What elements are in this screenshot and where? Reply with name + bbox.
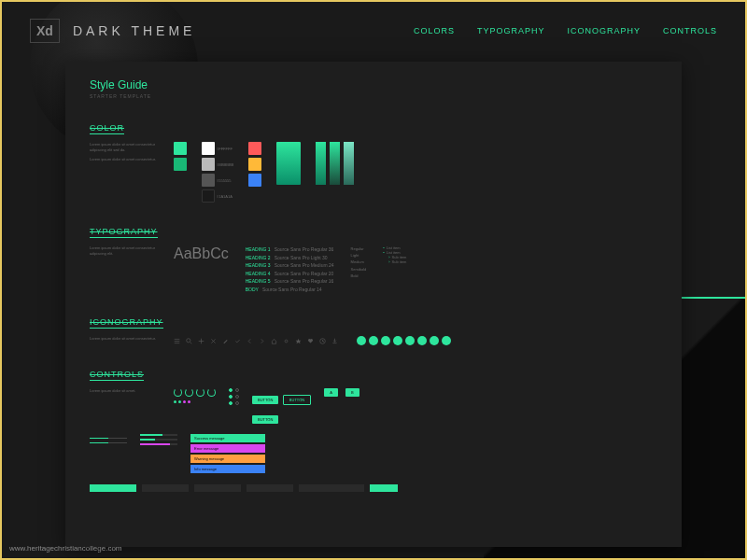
close-icon[interactable] (210, 338, 217, 344)
behance-icon[interactable] (430, 336, 439, 345)
arrow-left-icon[interactable] (247, 338, 253, 344)
menu-icon[interactable] (174, 338, 180, 344)
node-2[interactable]: B (345, 388, 359, 397)
nav-controls[interactable]: CONTROLS (663, 26, 717, 35)
notifications: Success message Error message Warning me… (190, 434, 265, 475)
edit-icon[interactable] (222, 338, 229, 344)
plus-icon[interactable] (198, 338, 204, 344)
swatch-gray-1[interactable] (202, 158, 215, 171)
switch-on[interactable] (229, 401, 233, 405)
check-icon[interactable] (234, 338, 241, 344)
youtube-icon[interactable] (405, 336, 415, 345)
loader-4 (207, 388, 216, 397)
color-heading: COLOR (90, 123, 124, 134)
footer-url: www.heritagechristiancollege.com (9, 544, 122, 553)
gradient-sample[interactable] (276, 142, 301, 185)
icon-desc: Lorem ipsum dolor sit amet consectetur. (90, 336, 164, 345)
swatch-white[interactable] (202, 142, 215, 155)
alert-warning[interactable]: Warning message (190, 455, 265, 463)
button-primary-2[interactable]: BUTTON (252, 415, 278, 424)
button-outline[interactable]: BUTTON (283, 395, 311, 405)
alert-success[interactable]: Success message (190, 434, 265, 442)
section-iconography: ICONOGRAPHY Lorem ipsum dolor sit amet c… (90, 312, 657, 345)
nav: COLORS TYPOGRAPHY ICONOGRAPHY CONTROLS (414, 26, 717, 35)
heart-icon[interactable] (307, 338, 314, 344)
connected-buttons: A B (324, 388, 359, 397)
artboard: Style Guide STARTER TEMPLATE COLOR Lorem… (65, 62, 682, 547)
typo-sample: AaBbCc (174, 245, 229, 262)
progress-3 (140, 443, 177, 445)
input-3[interactable] (247, 484, 293, 492)
arrow-right-icon[interactable] (259, 338, 265, 344)
styleguide-title: Style Guide (90, 78, 657, 91)
typo-desc: Lorem ipsum dolor sit amet consectetur a… (90, 245, 164, 260)
gray-swatches: #FFFFFF #BBBBBB #555555 #1A1A1A (202, 142, 233, 203)
slider-1[interactable] (90, 438, 127, 439)
swatch-yellow[interactable] (248, 158, 261, 171)
nav-typography[interactable]: TYPOGRAPHY (477, 26, 545, 35)
swatch-black[interactable] (202, 189, 215, 203)
dropdown[interactable] (370, 484, 398, 492)
clock-icon[interactable] (319, 338, 326, 344)
linkedin-icon[interactable] (393, 336, 402, 345)
xd-logo: Xd (30, 19, 60, 43)
bar-3[interactable] (344, 142, 354, 185)
facebook-icon[interactable] (357, 336, 366, 345)
radio-on[interactable] (229, 388, 233, 392)
accent-swatches (248, 142, 261, 203)
swatch-red[interactable] (248, 142, 261, 155)
sliders (90, 434, 127, 447)
instagram-icon[interactable] (381, 336, 390, 345)
nav-colors[interactable]: COLORS (414, 26, 455, 35)
nav-iconography[interactable]: ICONOGRAPHY (567, 26, 641, 35)
swatch-gray-2[interactable] (202, 174, 215, 187)
progress (140, 434, 177, 448)
loader-1 (174, 388, 182, 397)
loader-3 (196, 388, 204, 397)
controls-desc: Lorem ipsum dolor sit amet. (90, 388, 164, 398)
swatch-primary-1[interactable] (174, 142, 187, 155)
toggles (229, 388, 239, 405)
checkbox-on[interactable] (229, 395, 233, 399)
svg-point-0 (187, 338, 190, 342)
input-2[interactable] (194, 484, 241, 492)
github-icon[interactable] (442, 336, 451, 345)
primary-swatches (174, 142, 187, 203)
star-icon[interactable] (295, 338, 302, 344)
iconography-heading: ICONOGRAPHY (90, 317, 163, 329)
dribbble-icon[interactable] (417, 336, 427, 345)
swatch-blue[interactable] (248, 174, 261, 187)
slider-2[interactable] (90, 442, 127, 443)
section-typography: TYPOGRAPHY Lorem ipsum dolor sit amet co… (90, 221, 657, 293)
checkbox-off[interactable] (235, 395, 239, 399)
svg-point-1 (285, 340, 288, 343)
page-title: DARK THEME (73, 23, 196, 38)
radio-off[interactable] (235, 388, 239, 392)
section-color: COLOR Lorem ipsum dolor sit amet consect… (90, 118, 657, 203)
button-primary[interactable]: BUTTON (252, 396, 278, 404)
typography-heading: TYPOGRAPHY (90, 227, 158, 238)
inputs-group (90, 484, 657, 492)
list-demo: •List item •List item ›Sub item ›Sub ite… (383, 245, 406, 264)
twitter-icon[interactable] (369, 336, 378, 345)
textarea[interactable] (299, 484, 364, 492)
search-icon[interactable] (186, 338, 192, 344)
bar-1[interactable] (316, 142, 326, 185)
node-1[interactable]: A (324, 388, 338, 397)
loader-2 (185, 388, 193, 397)
swatch-primary-2[interactable] (174, 158, 187, 171)
gear-icon[interactable] (283, 338, 289, 344)
alert-error[interactable]: Error message (190, 444, 265, 453)
progress-2 (140, 439, 177, 441)
input-default[interactable] (142, 484, 189, 492)
input-active[interactable] (90, 484, 136, 492)
bar-2[interactable] (330, 142, 340, 185)
download-icon[interactable] (331, 338, 338, 344)
ui-icons (174, 338, 338, 344)
styleguide-subtitle: STARTER TEMPLATE (90, 93, 657, 99)
switch-off[interactable] (235, 401, 239, 405)
color-desc: Lorem ipsum dolor sit amet consectetur a… (90, 142, 164, 166)
alert-info[interactable]: Info message (190, 465, 265, 473)
buttons: BUTTON BUTTON BUTTON (252, 388, 311, 425)
home-icon[interactable] (271, 338, 277, 344)
